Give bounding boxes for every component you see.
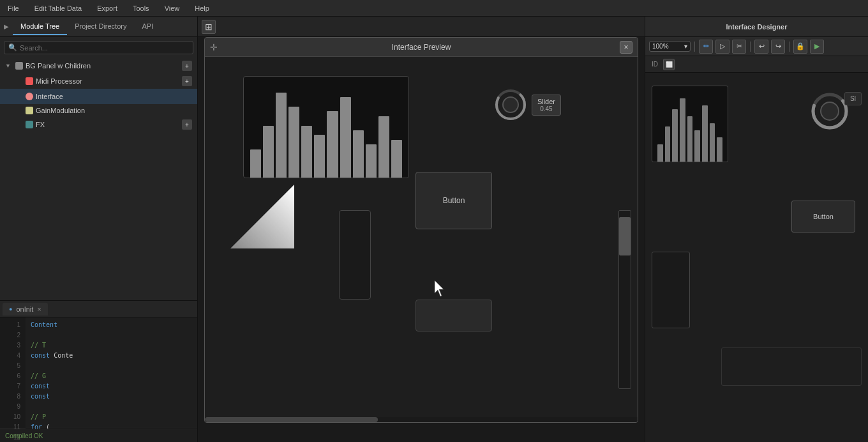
line-num-10: 10	[0, 412, 20, 422]
main-layout: ▶ Module Tree Project Directory API 🔍 ▼ …	[0, 17, 868, 442]
rp-bar-7	[702, 105, 708, 162]
tree-item-fx[interactable]: FX +	[0, 117, 197, 132]
cursor-icon	[435, 280, 447, 297]
search-bar[interactable]: 🔍	[4, 41, 193, 54]
tree-item-midi[interactable]: Midi Processor +	[0, 73, 197, 89]
panel-expand-arrow[interactable]: ▶	[0, 17, 13, 37]
code-tab-close[interactable]: ×	[37, 305, 41, 313]
rp-button[interactable]: Button	[791, 201, 855, 232]
menu-edit-table[interactable]: Edit Table Data	[32, 3, 84, 13]
line-num-9: 9	[0, 402, 20, 412]
preview-knob-label: Slider 0.45	[532, 95, 561, 116]
rp-rect-horizontal	[721, 347, 862, 386]
tab-api[interactable]: API	[134, 19, 161, 35]
preview-button[interactable]: Button	[415, 172, 492, 229]
preview-scrollbar[interactable]	[618, 210, 631, 389]
menu-file[interactable]: File	[5, 3, 22, 13]
code-content: 1 2 3 4 5 6 7 8 9 10 11 12 13 14 15 16 1	[0, 317, 197, 429]
spectrum-bars	[244, 77, 408, 178]
preview-slider-vertical[interactable]	[339, 210, 371, 300]
tree-label-gain: GainModulation	[36, 107, 192, 114]
code-indicator: ●	[9, 306, 12, 312]
preview-shape	[230, 185, 294, 248]
menu-help[interactable]: Help	[192, 3, 212, 13]
code-line-3: // T	[31, 340, 192, 351]
tree-add-bg-panel[interactable]: +	[182, 61, 192, 71]
modal-close-button[interactable]: ×	[620, 41, 632, 54]
tool-scissors[interactable]: ✂	[732, 40, 746, 54]
spec-bar-10	[366, 144, 377, 178]
tool-select[interactable]: ▷	[715, 40, 730, 54]
line-num-8: 8	[0, 392, 20, 402]
code-line-11: for (	[31, 422, 192, 429]
code-line-9	[31, 402, 192, 412]
right-preview-area: Button Sl	[645, 73, 868, 442]
menu-export[interactable]: Export	[94, 3, 120, 13]
code-tab-oninit[interactable]: ● onInit ×	[3, 303, 48, 316]
modal-title: Interface Preview	[223, 43, 620, 52]
rp-button-label: Button	[813, 213, 834, 220]
rp-rect-vertical	[652, 252, 690, 328]
line-num-5: 5	[0, 361, 20, 371]
zoom-control[interactable]: 100% ▾	[649, 41, 691, 52]
search-input[interactable]	[20, 44, 189, 52]
menu-view[interactable]: View	[162, 3, 183, 13]
line-numbers: 1 2 3 4 5 6 7 8 9 10 11 12 13 14 15 16 1	[0, 317, 26, 429]
left-panel: ▶ Module Tree Project Directory API 🔍 ▼ …	[0, 17, 198, 442]
tool-pencil[interactable]: ✏	[699, 40, 713, 54]
tree-color-bg-panel	[15, 62, 23, 70]
code-panel: ● onInit × 1 2 3 4 5 6 7 8 9 10 11	[0, 300, 197, 428]
tree-edit-interface[interactable]: ✎	[169, 91, 179, 102]
svg-point-2	[503, 97, 518, 112]
right-sub-toolbar: ID ⬜	[645, 56, 868, 73]
menu-tools[interactable]: Tools	[130, 3, 152, 13]
code-line-6: // G	[31, 371, 192, 381]
line-num-2: 2	[0, 330, 20, 340]
menu-bar: File Edit Table Data Export Tools View H…	[0, 0, 868, 17]
knob-name: Slider	[537, 98, 555, 105]
compiled-status-text: Compiled OK	[5, 432, 43, 439]
spec-bar-1	[250, 149, 261, 178]
code-text[interactable]: Content // T const Conte // G const cons…	[26, 317, 197, 429]
spec-bar-6	[314, 135, 325, 178]
tab-module-tree[interactable]: Module Tree	[13, 19, 67, 35]
tree-add-fx[interactable]: +	[182, 119, 192, 130]
toolbar-sep-2	[750, 42, 751, 52]
rp-bar-5	[687, 116, 693, 162]
modal-scrollbar-thumb[interactable]	[205, 417, 378, 422]
modal-titlebar[interactable]: ✛ Interface Preview ×	[205, 38, 638, 57]
interface-preview-modal: ✛ Interface Preview ×	[204, 37, 638, 423]
modal-move-icon[interactable]: ✛	[210, 42, 218, 52]
tree-item-bg-panel[interactable]: ▼ BG Panel w Children +	[0, 58, 197, 73]
tool-play[interactable]: ▶	[810, 40, 824, 54]
rp-bar-2	[665, 126, 671, 162]
tab-project-directory[interactable]: Project Directory	[67, 19, 134, 35]
code-tab-label: onInit	[16, 305, 33, 313]
center-toolbar-expand[interactable]: ⊞	[202, 20, 216, 34]
rp-slider-label: Sl	[850, 95, 856, 102]
spec-bar-2	[263, 126, 274, 178]
tree-color-midi	[26, 77, 33, 85]
line-num-3: 3	[0, 340, 20, 351]
zoom-dropdown-icon[interactable]: ▾	[684, 43, 687, 50]
preview-shape-svg	[230, 185, 294, 248]
toolbar-sep-1	[694, 42, 695, 52]
preview-knob-svg[interactable]	[495, 89, 527, 121]
tool-lock[interactable]: 🔒	[793, 40, 807, 54]
right-copy-btn[interactable]: ⬜	[663, 59, 675, 70]
tree-add-midi[interactable]: +	[182, 76, 192, 86]
rp-knob-svg[interactable]	[811, 92, 849, 130]
tool-redo[interactable]: ↪	[771, 40, 785, 54]
tree-item-interface[interactable]: Interface ✎ ✕	[0, 89, 197, 104]
svg-marker-3	[230, 185, 294, 248]
tree-item-gain[interactable]: GainModulation	[0, 104, 197, 117]
tree-delete-interface[interactable]: ✕	[182, 91, 192, 102]
tool-undo[interactable]: ↩	[754, 40, 768, 54]
code-line-1: Content	[31, 320, 192, 330]
preview-scroll-thumb[interactable]	[619, 217, 631, 255]
rp-bars	[652, 86, 728, 162]
rp-bar-9	[717, 137, 722, 162]
code-tab-bar: ● onInit ×	[0, 301, 197, 317]
spec-bar-12	[391, 140, 402, 178]
modal-bottom-scrollbar[interactable]	[205, 417, 638, 422]
